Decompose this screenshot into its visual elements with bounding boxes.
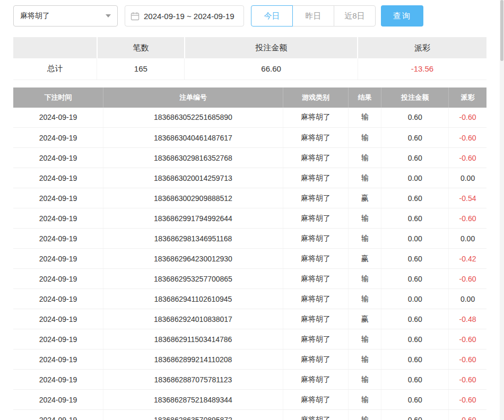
cell-bet-time: 2024-09-19	[13, 188, 103, 208]
cell-bet-time: 2024-09-19	[13, 128, 103, 148]
cell-payout: -0.60	[449, 128, 486, 148]
cell-bet-time: 2024-09-19	[13, 309, 103, 329]
cell-game-type: 麻将胡了	[283, 229, 348, 249]
cell-bet-amount: 0.60	[381, 410, 449, 420]
cell-payout: -0.42	[449, 249, 486, 269]
cell-result: 输	[349, 229, 381, 249]
last-8-days-button[interactable]: 近8日	[334, 5, 376, 27]
scrollbar-thumb[interactable]	[500, 0, 503, 61]
cell-result: 输	[349, 410, 381, 420]
summary-header-payout: 派彩	[358, 37, 486, 58]
filter-toolbar: 麻将胡了 2024-09-19 ~ 2024-09-19 今日 昨日 近8日 查…	[13, 5, 486, 27]
cell-payout: -0.60	[449, 370, 486, 390]
cell-order-id: 1836862924010838017	[103, 309, 283, 329]
cell-game-type: 麻将胡了	[283, 329, 348, 349]
scrollbar-track[interactable]	[500, 0, 504, 420]
chevron-down-icon	[106, 14, 111, 18]
cell-result: 输	[349, 370, 381, 390]
header-bet-time: 下注时间	[13, 88, 103, 108]
cell-game-type: 麻将胡了	[283, 168, 348, 188]
header-payout: 派彩	[449, 88, 486, 108]
table-row: 2024-09-19 1836862953257700865 麻将胡了 输 0.…	[13, 269, 486, 289]
cell-game-type: 麻将胡了	[283, 128, 348, 148]
summary-count-value: 165	[97, 58, 185, 80]
summary-bet-amount-value: 66.60	[185, 58, 358, 80]
cell-bet-amount: 0.60	[381, 329, 449, 349]
cell-payout: -0.60	[449, 208, 486, 229]
table-row: 2024-09-19 1836863029816352768 麻将胡了 输 0.…	[13, 148, 486, 168]
table-row: 2024-09-19 1836862875218489344 麻将胡了 输 0.…	[13, 390, 486, 410]
table-row: 2024-09-19 1836862941102610945 麻将胡了 输 0.…	[13, 289, 486, 309]
cell-bet-time: 2024-09-19	[13, 229, 103, 249]
cell-result: 输	[349, 329, 381, 349]
game-select[interactable]: 麻将胡了	[13, 5, 118, 27]
cell-bet-time: 2024-09-19	[13, 390, 103, 410]
cell-bet-time: 2024-09-19	[13, 108, 103, 128]
header-game-type: 游戏类别	[283, 88, 348, 108]
cell-order-id: 1836862981346951168	[103, 229, 283, 249]
cell-result: 输	[349, 289, 381, 309]
cell-result: 输	[349, 349, 381, 370]
cell-bet-time: 2024-09-19	[13, 329, 103, 349]
cell-bet-amount: 0.60	[381, 269, 449, 289]
summary-total-label: 总计	[13, 58, 97, 80]
cell-bet-time: 2024-09-19	[13, 168, 103, 188]
cell-game-type: 麻将胡了	[283, 309, 348, 329]
table-row: 2024-09-19 1836862887075781123 麻将胡了 输 0.…	[13, 370, 486, 390]
summary-table: 笔数 投注金额 派彩 总计 165 66.60 -13.56	[13, 37, 486, 80]
summary-header-empty	[13, 37, 97, 58]
cell-result: 赢	[349, 249, 381, 269]
query-button[interactable]: 查询	[381, 5, 423, 27]
cell-bet-amount: 0.60	[381, 108, 449, 128]
cell-game-type: 麻将胡了	[283, 269, 348, 289]
today-button[interactable]: 今日	[251, 5, 293, 27]
cell-order-id: 1836862991794992644	[103, 208, 283, 229]
cell-payout: 0.00	[449, 229, 486, 249]
cell-game-type: 麻将胡了	[283, 370, 348, 390]
cell-game-type: 麻将胡了	[283, 188, 348, 208]
table-row: 2024-09-19 1836862981346951168 麻将胡了 输 0.…	[13, 229, 486, 249]
cell-bet-time: 2024-09-19	[13, 269, 103, 289]
yesterday-button[interactable]: 昨日	[292, 5, 334, 27]
betting-records-page: 麻将胡了 2024-09-19 ~ 2024-09-19 今日 昨日 近8日 查…	[0, 0, 504, 420]
cell-bet-time: 2024-09-19	[13, 370, 103, 390]
cell-bet-amount: 0.60	[381, 370, 449, 390]
summary-payout-value: -13.56	[358, 58, 486, 80]
cell-order-id: 1836863040461487617	[103, 128, 283, 148]
cell-result: 赢	[349, 309, 381, 329]
cell-bet-amount: 0.60	[381, 188, 449, 208]
cell-order-id: 1836863002909888512	[103, 188, 283, 208]
cell-result: 输	[349, 148, 381, 168]
cell-payout: -0.48	[449, 309, 486, 329]
table-row: 2024-09-19 1836862964230012930 麻将胡了 赢 0.…	[13, 249, 486, 269]
bets-header-row: 下注时间 注单编号 游戏类别 结果 投注金额 派彩	[13, 88, 486, 108]
table-row: 2024-09-19 1836862924010838017 麻将胡了 赢 0.…	[13, 309, 486, 329]
cell-payout: -0.60	[449, 349, 486, 370]
table-row: 2024-09-19 1836862899214110208 麻将胡了 输 0.…	[13, 349, 486, 370]
cell-payout: 0.00	[449, 168, 486, 188]
summary-total-row: 总计 165 66.60 -13.56	[13, 58, 486, 80]
bets-table: 下注时间 注单编号 游戏类别 结果 投注金额 派彩 2024-09-19 183…	[13, 88, 486, 420]
bets-table-body: 2024-09-19 1836863052251685890 麻将胡了 输 0.…	[13, 108, 486, 420]
cell-payout: -0.60	[449, 329, 486, 349]
cell-order-id: 1836862863570895872	[103, 410, 283, 420]
table-row: 2024-09-19 1836862863570895872 麻将胡了 输 0.…	[13, 410, 486, 420]
cell-bet-amount: 0.60	[381, 390, 449, 410]
date-range-input[interactable]: 2024-09-19 ~ 2024-09-19	[125, 5, 244, 27]
table-row: 2024-09-19 1836863020014259713 麻将胡了 输 0.…	[13, 168, 486, 188]
cell-payout: -0.60	[449, 390, 486, 410]
cell-order-id: 1836862875218489344	[103, 390, 283, 410]
cell-game-type: 麻将胡了	[283, 108, 348, 128]
cell-result: 输	[349, 390, 381, 410]
cell-bet-amount: 0.00	[381, 168, 449, 188]
cell-bet-time: 2024-09-19	[13, 249, 103, 269]
cell-bet-amount: 0.60	[381, 309, 449, 329]
quick-range-group: 今日 昨日 近8日	[251, 5, 376, 27]
summary-header-count: 笔数	[97, 37, 185, 58]
cell-game-type: 麻将胡了	[283, 249, 348, 269]
cell-result: 输	[349, 128, 381, 148]
cell-result: 输	[349, 168, 381, 188]
table-row: 2024-09-19 1836862911503414786 麻将胡了 输 0.…	[13, 329, 486, 349]
cell-bet-amount: 0.60	[381, 208, 449, 229]
cell-game-type: 麻将胡了	[283, 148, 348, 168]
